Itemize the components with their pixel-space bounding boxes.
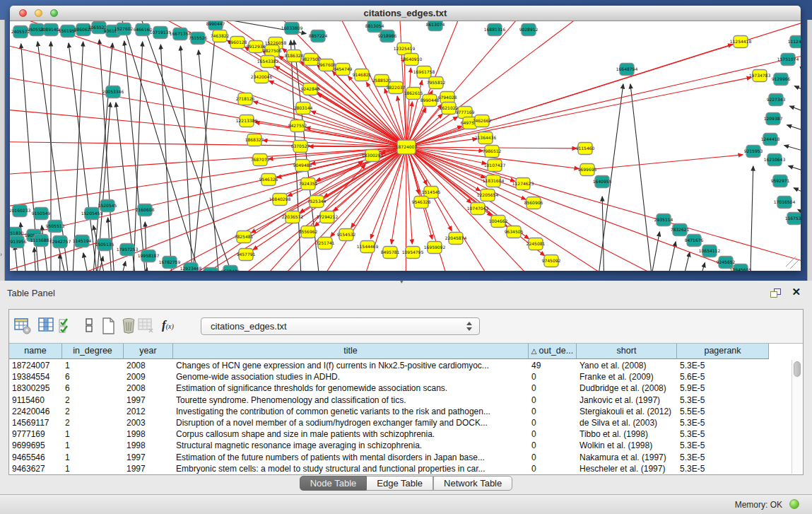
network-node[interactable]: 1209387: [764, 113, 783, 125]
network-node[interactable]: 12942757: [49, 236, 71, 248]
table-selector-dropdown[interactable]: citations_edges.txt: [201, 317, 480, 335]
network-node[interactable]: 17294212: [317, 211, 339, 223]
new-column-icon[interactable]: [100, 317, 118, 335]
network-node[interactable]: 9505513: [46, 221, 65, 233]
network-node[interactable]: 16959092: [424, 242, 446, 254]
network-node[interactable]: 22045874: [445, 233, 467, 245]
column-header-title[interactable]: title: [173, 344, 529, 359]
network-node[interactable]: 21364436: [475, 132, 497, 144]
strip-collapse-arrow[interactable]: ›: [0, 252, 2, 258]
network-node[interactable]: 18724007: [396, 140, 418, 154]
network-node[interactable]: 9592971: [771, 175, 790, 187]
network-node[interactable]: 7924351: [299, 178, 318, 190]
network-node[interactable]: 16648794: [616, 64, 638, 76]
network-node[interactable]: 1527602: [114, 23, 134, 35]
network-node[interactable]: 8471676: [685, 235, 704, 247]
network-node[interactable]: 22036572: [282, 211, 304, 223]
table-row[interactable]: 946554611997Estimation of the future num…: [9, 452, 792, 463]
network-node[interactable]: 9457791: [237, 249, 256, 261]
vertical-scrollbar[interactable]: [792, 360, 802, 474]
table-row[interactable]: 2242004622012Investigating the contribut…: [9, 406, 792, 417]
network-node[interactable]: 8857224: [309, 30, 328, 42]
network-node[interactable]: 10840298: [269, 194, 291, 206]
tab-edge-table[interactable]: Edge Table: [367, 476, 433, 491]
network-node[interactable]: 7825481: [235, 231, 254, 243]
select-rows-icon[interactable]: [57, 317, 76, 335]
network-node[interactable]: 8454749: [334, 64, 353, 76]
network-node[interactable]: 9028912: [519, 24, 539, 36]
network-node[interactable]: 9154532: [337, 229, 356, 241]
canvas-resize-grip[interactable]: [786, 257, 799, 269]
network-node[interactable]: 16881316: [484, 24, 506, 36]
network-node[interactable]: 3913956: [10, 236, 27, 248]
network-node[interactable]: 11254418: [730, 36, 752, 48]
network-node[interactable]: 7515526: [189, 33, 208, 45]
network-node[interactable]: 8990448: [420, 95, 440, 107]
scrollbar-thumb[interactable]: [794, 361, 801, 377]
table-row[interactable]: 1456911722003Disruption of a novel membe…: [9, 417, 792, 428]
network-node[interactable]: 9218986: [378, 30, 397, 42]
network-node[interactable]: 9245652: [717, 257, 736, 269]
network-node[interactable]: 7463822: [211, 30, 230, 42]
network-node[interactable]: 7525344: [307, 196, 326, 208]
splitter-handle-icon[interactable]: ▾: [400, 278, 404, 285]
network-node[interactable]: 9634505: [505, 226, 524, 238]
function-builder-icon[interactable]: f(x): [162, 318, 180, 337]
network-node[interactable]: 1244418: [761, 134, 780, 146]
network-node[interactable]: 9242848: [301, 83, 320, 95]
network-node[interactable]: 9227343: [767, 94, 786, 106]
tab-node-table[interactable]: Node Table: [300, 476, 367, 491]
network-node[interactable]: 2935114: [654, 214, 673, 226]
network-node[interactable]: 19958187: [138, 250, 160, 262]
table-settings-icon[interactable]: [13, 317, 32, 335]
network-node[interactable]: 7955812: [427, 77, 446, 89]
network-node[interactable]: 10654112: [699, 245, 721, 257]
column-header-year[interactable]: year: [124, 344, 173, 359]
network-node[interactable]: 7986512: [483, 146, 502, 158]
network-node[interactable]: 12213389: [236, 115, 258, 127]
network-node[interactable]: 8556962: [299, 226, 318, 238]
network-node[interactable]: 1167533: [785, 213, 801, 225]
table-row[interactable]: 1830029562008Estimation of significance …: [9, 382, 792, 394]
network-window-titlebar[interactable]: citations_edges.txt: [10, 6, 801, 21]
column-header-in_degree[interactable]: in_degree: [62, 344, 124, 359]
network-node[interactable]: 1004662: [489, 216, 508, 228]
network-node[interactable]: 9115460: [576, 143, 595, 155]
network-node[interactable]: 15205455: [81, 208, 103, 220]
column-header-name[interactable]: name: [9, 344, 62, 359]
network-node[interactable]: 1868327: [245, 134, 264, 146]
network-node[interactable]: 8822037: [387, 82, 406, 94]
memory-status-icon[interactable]: [789, 499, 799, 509]
delete-column-icon[interactable]: [119, 317, 138, 335]
network-node[interactable]: 2245081: [526, 238, 546, 250]
network-node[interactable]: 9150549: [32, 208, 51, 220]
network-node[interactable]: 9146821: [353, 69, 372, 81]
network-node[interactable]: 16782759: [159, 257, 181, 269]
network-node[interactable]: 8186328: [285, 50, 304, 62]
column-header-short[interactable]: short: [577, 344, 677, 359]
network-node[interactable]: 20053346: [102, 86, 124, 98]
network-node[interactable]: 1520545: [98, 200, 117, 212]
network-node[interactable]: 10747043: [467, 203, 489, 215]
network-node[interactable]: 1145194: [73, 235, 92, 247]
network-node[interactable]: 9628475: [221, 266, 240, 271]
float-window-icon[interactable]: [770, 288, 781, 298]
network-node[interactable]: 10954795: [402, 247, 424, 259]
network-node[interactable]: 8427552: [288, 120, 307, 132]
network-node[interactable]: 15751074: [777, 54, 799, 66]
network-node[interactable]: 9129966: [772, 74, 791, 86]
network-node[interactable]: 11544469: [357, 241, 379, 253]
network-node[interactable]: 2718126: [236, 93, 255, 105]
network-node[interactable]: 8990447: [206, 21, 225, 30]
network-node[interactable]: 6370527: [291, 141, 310, 153]
network-node[interactable]: 9745092: [542, 255, 561, 267]
table-row[interactable]: 969969511998Structural magnetic resonanc…: [9, 440, 792, 451]
network-node[interactable]: 9699695: [578, 164, 597, 176]
network-node[interactable]: 1640955: [593, 176, 612, 188]
network-node[interactable]: 2803144: [294, 103, 313, 115]
network-node[interactable]: 23420046: [251, 71, 273, 83]
show-columns-icon[interactable]: [37, 317, 56, 335]
table-row[interactable]: 1938455462009Genome-wide association stu…: [9, 371, 792, 382]
network-node[interactable]: 9215953: [744, 146, 763, 158]
table-row[interactable]: 977716911998Corpus callosum shape and si…: [9, 428, 792, 440]
